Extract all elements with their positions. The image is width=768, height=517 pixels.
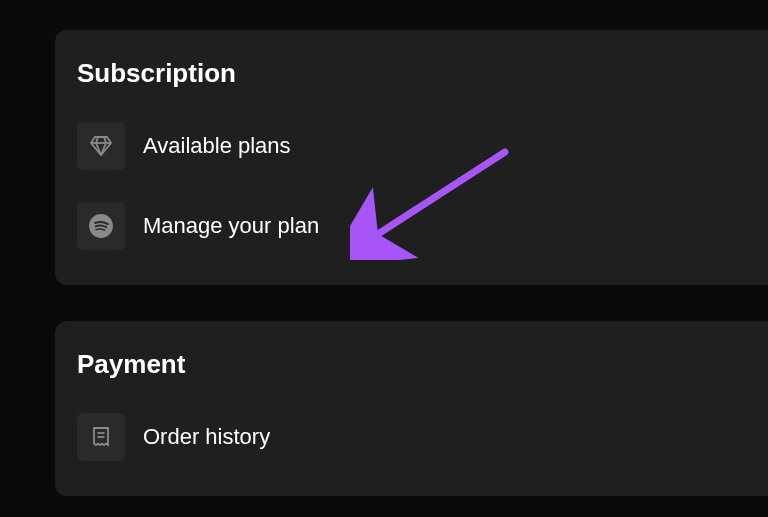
manage-plan-item[interactable]: Manage your plan [77, 195, 768, 257]
manage-plan-label: Manage your plan [143, 213, 319, 239]
receipt-icon [77, 413, 125, 461]
payment-panel: Payment Order history [55, 321, 768, 496]
payment-title: Payment [77, 349, 768, 380]
available-plans-label: Available plans [143, 133, 291, 159]
diamond-icon [77, 122, 125, 170]
order-history-item[interactable]: Order history [77, 406, 768, 468]
spotify-icon [77, 202, 125, 250]
order-history-label: Order history [143, 424, 270, 450]
subscription-panel: Subscription Available plans Manage your… [55, 30, 768, 285]
subscription-title: Subscription [77, 58, 768, 89]
available-plans-item[interactable]: Available plans [77, 115, 768, 177]
